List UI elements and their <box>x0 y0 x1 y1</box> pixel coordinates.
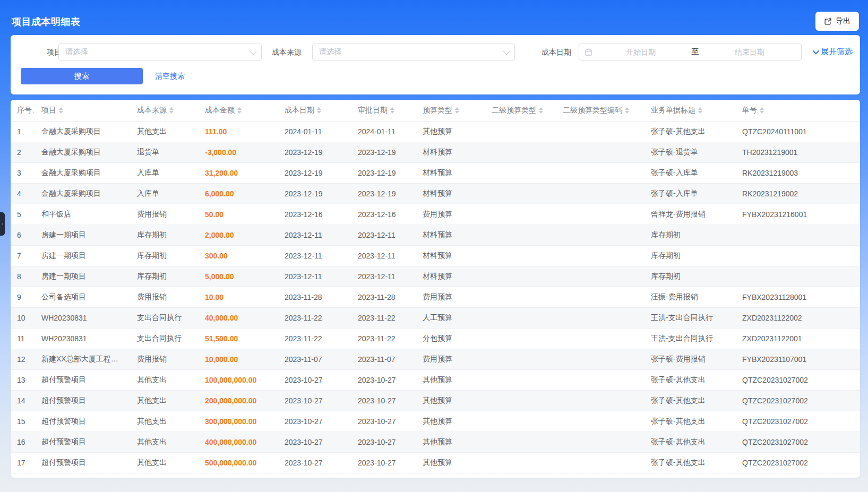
cell-cost-date: 2023-11-07 <box>278 349 351 369</box>
cell-doc-no: FYBX20231128001 <box>736 287 860 307</box>
cell-doc-no: QTZC20231027002 <box>736 390 860 411</box>
column-header-cost-source[interactable]: 成本来源 <box>131 100 199 121</box>
cell-cost-date: 2023-12-19 <box>278 162 351 183</box>
cell-cost-date: 2023-10-27 <box>278 452 351 473</box>
column-label: 成本日期 <box>285 106 314 115</box>
cell-doc-title: 张子硕-其他支出 <box>644 452 736 473</box>
drawer-toggle[interactable]: › <box>0 212 5 236</box>
cell-approval-date: 2023-12-19 <box>351 183 416 204</box>
cell-cost-amount: 300,000,000.00 <box>199 411 278 431</box>
cell-index: 16 <box>11 431 35 452</box>
cell-approval-date: 2024-01-11 <box>351 121 416 142</box>
export-button[interactable]: 导出 <box>815 12 859 31</box>
cell-index: 17 <box>11 452 35 473</box>
cell-doc-no: ZXD20231122001 <box>736 328 860 349</box>
cell-sub-budget-type-code <box>556 287 644 307</box>
cell-budget-type: 分包预算 <box>416 328 485 349</box>
cell-doc-no: FYBX20231216001 <box>736 204 860 225</box>
column-header-cost-date[interactable]: 成本日期 <box>278 100 351 121</box>
column-label: 二级预算类型编码 <box>563 106 622 115</box>
column-header-sub-budget-type[interactable]: 二级预算类型 <box>485 100 556 121</box>
cell-cost-source: 支出合同执行 <box>131 328 199 349</box>
cell-index: 14 <box>11 390 35 411</box>
cell-doc-title: 库存期初 <box>644 225 736 245</box>
cost-source-filter-label: 成本来源 <box>239 44 302 61</box>
column-header-index: 序号 <box>11 100 35 121</box>
cell-budget-type: 人工预算 <box>416 307 485 328</box>
sort-icon[interactable] <box>760 107 764 114</box>
column-header-project[interactable]: 项目 <box>35 100 131 121</box>
sort-icon[interactable] <box>625 107 629 114</box>
table-row: 3金融大厦采购项目入库单31,200.002023-12-192023-12-1… <box>11 162 860 183</box>
cell-budget-type: 费用预算 <box>416 287 485 307</box>
column-header-doc-title[interactable]: 业务单据标题 <box>644 100 736 121</box>
search-button[interactable]: 搜索 <box>21 68 143 84</box>
cell-sub-budget-type-code <box>556 121 644 142</box>
page-title: 项目成本明细表 <box>12 15 81 28</box>
cell-budget-type: 费用预算 <box>416 349 485 369</box>
table-row: 14超付预警项目其他支出200,000,000.002023-10-272023… <box>11 390 860 411</box>
cell-approval-date: 2023-12-19 <box>351 142 416 162</box>
sort-icon[interactable] <box>698 107 702 114</box>
table-row: 10WH20230831支出合同执行40,000.002023-11-22202… <box>11 307 860 328</box>
cell-doc-title: 曾祥龙-费用报销 <box>644 204 736 225</box>
column-header-budget-type[interactable]: 预算类型 <box>416 100 485 121</box>
column-header-doc-no[interactable]: 单号 <box>736 100 860 121</box>
sort-icon[interactable] <box>539 107 543 114</box>
cell-sub-budget-type-code <box>556 245 644 266</box>
cell-index: 13 <box>11 369 35 390</box>
cell-sub-budget-type-code <box>556 307 644 328</box>
cell-budget-type: 材料预算 <box>416 162 485 183</box>
cell-sub-budget-type <box>485 369 556 390</box>
cell-doc-no: QTZC20231027002 <box>736 431 860 452</box>
page-header: 项目成本明细表 导出 <box>0 0 868 33</box>
cell-sub-budget-type-code <box>556 349 644 369</box>
cell-cost-date: 2023-12-11 <box>278 245 351 266</box>
column-label: 业务单据标题 <box>651 106 695 115</box>
cell-project: 超付预警项目 <box>35 411 131 431</box>
sort-icon[interactable] <box>169 107 174 114</box>
sort-icon[interactable] <box>317 107 321 114</box>
sort-icon[interactable] <box>455 107 459 114</box>
cell-cost-date: 2023-11-22 <box>278 328 351 349</box>
cell-project: 房建一期项目 <box>35 245 131 266</box>
column-header-cost-amount[interactable]: 成本金额 <box>199 100 278 121</box>
expand-filter-link[interactable]: 展开筛选 <box>813 47 853 57</box>
sort-icon[interactable] <box>390 107 394 114</box>
end-date-input[interactable] <box>703 48 796 56</box>
cost-date-range-picker[interactable]: 至 <box>579 44 802 61</box>
cell-doc-no: ZXD20231122002 <box>736 307 860 328</box>
export-button-label: 导出 <box>836 16 850 26</box>
cell-approval-date: 2023-11-07 <box>351 349 416 369</box>
table-row: 1金融大厦采购项目其他支出111.002024-01-112024-01-11其… <box>11 121 860 142</box>
project-select[interactable]: 请选择 <box>58 44 262 61</box>
cell-project: 房建一期项目 <box>35 225 131 245</box>
cell-cost-amount: 50.00 <box>199 204 278 225</box>
column-header-approval-date[interactable]: 审批日期 <box>351 100 416 121</box>
cell-doc-title: 张子硕-入库单 <box>644 162 736 183</box>
cell-sub-budget-type-code <box>556 142 644 162</box>
table-row: 13超付预警项目其他支出100,000,000.002023-10-272023… <box>11 369 860 390</box>
column-label: 成本来源 <box>137 106 167 115</box>
start-date-input[interactable] <box>595 48 687 56</box>
cell-sub-budget-type <box>485 245 556 266</box>
cell-index: 9 <box>11 287 35 307</box>
cost-source-select[interactable]: 请选择 <box>312 44 515 61</box>
cell-doc-no: QTZC20231027002 <box>736 411 860 431</box>
column-header-sub-budget-type-code[interactable]: 二级预算类型编码 <box>556 100 644 121</box>
export-icon <box>824 18 832 25</box>
sort-icon[interactable] <box>59 107 63 114</box>
cell-cost-date: 2023-11-28 <box>278 287 351 307</box>
cell-cost-source: 费用报销 <box>131 287 199 307</box>
cell-cost-date: 2023-12-19 <box>278 142 351 162</box>
cell-cost-amount: 31,200.00 <box>199 162 278 183</box>
cell-sub-budget-type <box>485 431 556 452</box>
cell-sub-budget-type <box>485 204 556 225</box>
cell-doc-no <box>736 266 860 287</box>
clear-search-link[interactable]: 清空搜索 <box>155 72 185 81</box>
sort-icon[interactable] <box>237 107 242 114</box>
expand-filter-label: 展开筛选 <box>821 47 853 57</box>
cell-budget-type: 其他预算 <box>416 369 485 390</box>
cell-cost-amount: 100,000,000.00 <box>199 369 278 390</box>
cell-approval-date: 2023-11-22 <box>351 328 416 349</box>
